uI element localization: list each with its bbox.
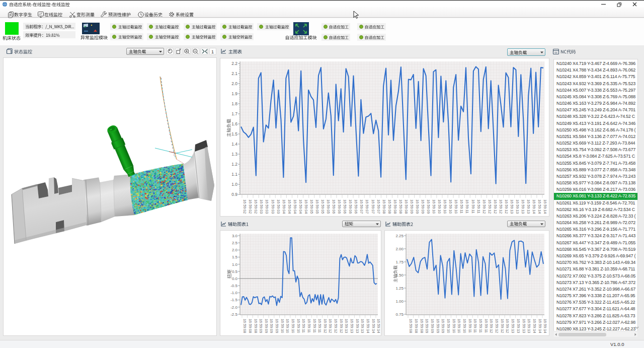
svg-text:0.9: 0.9	[231, 192, 237, 197]
svg-text:16:59:13: 16:59:13	[516, 319, 521, 333]
svg-text:1.8: 1.8	[231, 101, 237, 106]
svg-text:2.0: 2.0	[232, 248, 238, 252]
svg-text:16:59:14: 16:59:14	[371, 319, 376, 333]
svg-text:16:59:12: 16:59:12	[495, 319, 499, 333]
svg-text:16:59:14: 16:59:14	[543, 199, 547, 214]
svg-text:16:59:09: 16:59:09	[259, 319, 263, 333]
svg-text:1.5: 1.5	[231, 131, 237, 136]
svg-text:1.2: 1.2	[231, 162, 237, 167]
svg-text:16:59:08: 16:59:08	[414, 319, 419, 333]
svg-text:16:59:12: 16:59:12	[482, 199, 487, 214]
svg-text:16:59:13: 16:59:13	[515, 199, 520, 214]
svg-text:1.75: 1.75	[395, 260, 404, 264]
svg-text:16:59:13: 16:59:13	[350, 319, 354, 333]
svg-text:16:59:06: 16:59:06	[332, 199, 336, 214]
svg-text:16:59:13: 16:59:13	[527, 319, 531, 333]
svg-text:16:59:11: 16:59:11	[317, 319, 322, 333]
svg-text:16:59:09: 16:59:09	[415, 199, 420, 214]
svg-text:16:59:09: 16:59:09	[430, 319, 435, 333]
svg-text:16:59:09: 16:59:09	[275, 319, 279, 333]
svg-text:16:59:13: 16:59:13	[344, 319, 349, 333]
svg-text:16:59:03: 16:59:03	[265, 199, 269, 214]
svg-text:16:59:09: 16:59:09	[441, 319, 445, 333]
svg-text:16:59:13: 16:59:13	[511, 319, 515, 333]
svg-text:16:59:02: 16:59:02	[243, 199, 247, 214]
svg-text:16:59:10: 16:59:10	[454, 199, 458, 214]
svg-text:2.25: 2.25	[395, 234, 404, 238]
svg-text:16:59:11: 16:59:11	[465, 199, 469, 214]
svg-text:16:59:05: 16:59:05	[315, 199, 319, 214]
svg-text:1.3: 1.3	[231, 152, 237, 157]
svg-text:1.0: 1.0	[231, 182, 237, 187]
svg-text:16:59:10: 16:59:10	[437, 199, 442, 214]
svg-text:1.5: 1.5	[232, 255, 238, 259]
svg-text:16:59:05: 16:59:05	[320, 199, 325, 214]
svg-text:16:59:10: 16:59:10	[291, 319, 295, 333]
svg-text:2.5: 2.5	[232, 241, 238, 245]
svg-text:16:59:10: 16:59:10	[285, 319, 290, 333]
svg-text:1.7: 1.7	[231, 111, 237, 116]
svg-text:16:59:08: 16:59:08	[404, 199, 409, 214]
svg-text:0.0: 0.0	[232, 276, 238, 281]
svg-text:16:59:10: 16:59:10	[457, 319, 461, 333]
svg-text:16:59:11: 16:59:11	[471, 199, 475, 214]
svg-text:16:59:07: 16:59:07	[365, 199, 369, 214]
svg-text:16:59:11: 16:59:11	[459, 199, 464, 214]
svg-text:16:59:13: 16:59:13	[510, 199, 514, 214]
svg-text:16:59:11: 16:59:11	[473, 319, 477, 333]
svg-text:16:59:08: 16:59:08	[420, 319, 424, 333]
svg-text:16:59:12: 16:59:12	[328, 319, 333, 333]
svg-text:16:59:12: 16:59:12	[505, 319, 510, 333]
svg-text:2.1: 2.1	[231, 71, 237, 76]
svg-text:16:59:08: 16:59:08	[398, 199, 403, 214]
svg-text:16:59:11: 16:59:11	[484, 319, 489, 333]
svg-text:1.25: 1.25	[395, 286, 404, 291]
svg-text:1.0: 1.0	[232, 262, 238, 267]
svg-text:16:59:07: 16:59:07	[359, 199, 364, 214]
svg-text:16:59:12: 16:59:12	[323, 319, 328, 333]
svg-text:16:59:05: 16:59:05	[309, 199, 314, 214]
svg-text:16:59:03: 16:59:03	[271, 199, 275, 214]
svg-text:16:59:07: 16:59:07	[371, 199, 375, 214]
svg-text:16:59:11: 16:59:11	[468, 319, 472, 333]
svg-text:16:59:09: 16:59:09	[425, 319, 429, 333]
svg-text:16:59:10: 16:59:10	[448, 199, 453, 214]
svg-text:16:59:02: 16:59:02	[248, 199, 253, 214]
svg-text:3.0: 3.0	[232, 234, 238, 238]
svg-text:16:59:03: 16:59:03	[276, 199, 281, 214]
svg-text:16:59:06: 16:59:06	[337, 199, 342, 214]
svg-text:1.4: 1.4	[231, 142, 237, 147]
svg-text:16:59:04: 16:59:04	[293, 199, 297, 214]
svg-text:16:59:06: 16:59:06	[343, 199, 347, 214]
svg-text:16:59:09: 16:59:09	[426, 199, 431, 214]
svg-text:-1.0: -1.0	[230, 291, 237, 295]
svg-text:0.5: 0.5	[232, 269, 238, 274]
svg-text:16:59:12: 16:59:12	[489, 319, 494, 333]
svg-text:16:59:09: 16:59:09	[269, 319, 274, 333]
svg-text:16:59:04: 16:59:04	[287, 199, 292, 214]
svg-text:-0.5: -0.5	[230, 284, 237, 288]
svg-text:16:59:12: 16:59:12	[339, 319, 344, 333]
svg-text:16:59:11: 16:59:11	[307, 319, 311, 333]
svg-text:16:59:08: 16:59:08	[387, 199, 392, 214]
svg-text:2.2: 2.2	[231, 61, 237, 66]
svg-text:16:59:11: 16:59:11	[312, 319, 317, 333]
svg-text:16:59:08: 16:59:08	[254, 319, 258, 333]
svg-text:16:59:13: 16:59:13	[355, 319, 360, 333]
svg-text:16:59:14: 16:59:14	[537, 199, 542, 214]
svg-text:16:59:12: 16:59:12	[488, 199, 492, 214]
svg-text:16:59:09: 16:59:09	[410, 199, 414, 214]
svg-text:16:59:14: 16:59:14	[538, 319, 542, 333]
svg-text:16:59:09: 16:59:09	[421, 199, 425, 214]
svg-text:0.75: 0.75	[395, 312, 404, 317]
svg-text:16:59:11: 16:59:11	[478, 319, 483, 333]
svg-text:16:59:10: 16:59:10	[296, 319, 301, 333]
svg-text:16:59:02: 16:59:02	[254, 199, 258, 214]
svg-text:16:59:08: 16:59:08	[248, 319, 253, 333]
svg-text:16:59:13: 16:59:13	[522, 319, 526, 333]
svg-text:1.6: 1.6	[231, 121, 237, 126]
svg-text:16:59:04: 16:59:04	[282, 199, 286, 214]
svg-text:16:59:08: 16:59:08	[409, 319, 413, 333]
svg-text:16:59:12: 16:59:12	[499, 199, 503, 214]
svg-text:-2.5: -2.5	[230, 312, 237, 317]
